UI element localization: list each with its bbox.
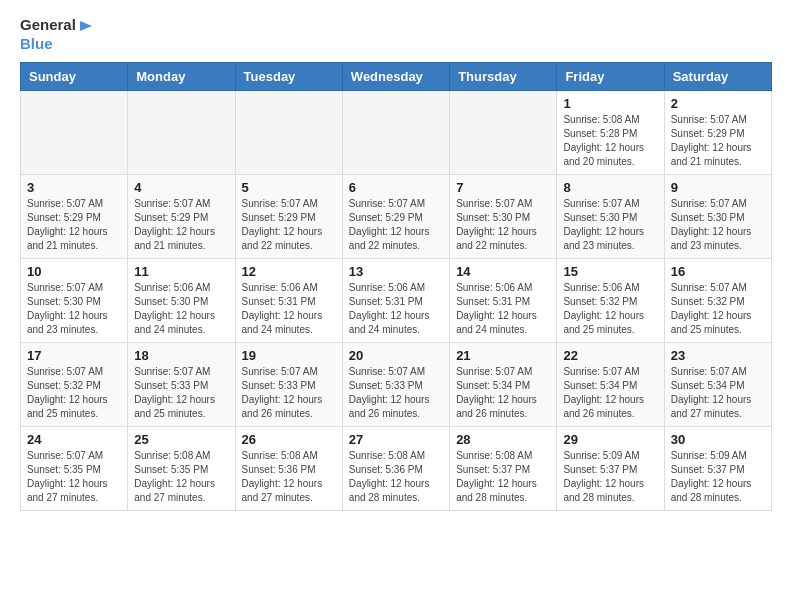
calendar-cell: 16Sunrise: 5:07 AMSunset: 5:32 PMDayligh… [664,259,771,343]
day-number: 28 [456,432,550,447]
calendar-cell: 22Sunrise: 5:07 AMSunset: 5:34 PMDayligh… [557,343,664,427]
day-number: 17 [27,348,121,363]
calendar-cell [21,91,128,175]
logo: General Blue [20,16,96,52]
calendar-cell: 27Sunrise: 5:08 AMSunset: 5:36 PMDayligh… [342,427,449,511]
calendar-cell: 30Sunrise: 5:09 AMSunset: 5:37 PMDayligh… [664,427,771,511]
day-number: 19 [242,348,336,363]
day-info: Sunrise: 5:07 AMSunset: 5:30 PMDaylight:… [563,197,657,253]
day-info: Sunrise: 5:06 AMSunset: 5:32 PMDaylight:… [563,281,657,337]
day-info: Sunrise: 5:08 AMSunset: 5:37 PMDaylight:… [456,449,550,505]
calendar-cell: 28Sunrise: 5:08 AMSunset: 5:37 PMDayligh… [450,427,557,511]
day-number: 15 [563,264,657,279]
day-info: Sunrise: 5:08 AMSunset: 5:35 PMDaylight:… [134,449,228,505]
day-number: 4 [134,180,228,195]
day-info: Sunrise: 5:07 AMSunset: 5:29 PMDaylight:… [671,113,765,169]
calendar-cell: 13Sunrise: 5:06 AMSunset: 5:31 PMDayligh… [342,259,449,343]
day-number: 5 [242,180,336,195]
calendar-cell: 24Sunrise: 5:07 AMSunset: 5:35 PMDayligh… [21,427,128,511]
day-number: 24 [27,432,121,447]
day-info: Sunrise: 5:08 AMSunset: 5:36 PMDaylight:… [349,449,443,505]
week-row-4: 24Sunrise: 5:07 AMSunset: 5:35 PMDayligh… [21,427,772,511]
day-number: 8 [563,180,657,195]
day-info: Sunrise: 5:06 AMSunset: 5:31 PMDaylight:… [349,281,443,337]
day-number: 14 [456,264,550,279]
calendar-table: SundayMondayTuesdayWednesdayThursdayFrid… [20,62,772,511]
weekday-header-tuesday: Tuesday [235,63,342,91]
day-number: 13 [349,264,443,279]
day-number: 27 [349,432,443,447]
day-info: Sunrise: 5:07 AMSunset: 5:29 PMDaylight:… [349,197,443,253]
day-number: 6 [349,180,443,195]
day-info: Sunrise: 5:07 AMSunset: 5:29 PMDaylight:… [134,197,228,253]
day-info: Sunrise: 5:07 AMSunset: 5:32 PMDaylight:… [671,281,765,337]
page: General Blue SundayMondayTuesdayWednesda… [0,0,792,531]
calendar-cell [235,91,342,175]
weekday-header-sunday: Sunday [21,63,128,91]
day-number: 10 [27,264,121,279]
day-number: 7 [456,180,550,195]
week-row-3: 17Sunrise: 5:07 AMSunset: 5:32 PMDayligh… [21,343,772,427]
calendar-cell: 11Sunrise: 5:06 AMSunset: 5:30 PMDayligh… [128,259,235,343]
week-row-0: 1Sunrise: 5:08 AMSunset: 5:28 PMDaylight… [21,91,772,175]
calendar-cell: 6Sunrise: 5:07 AMSunset: 5:29 PMDaylight… [342,175,449,259]
day-info: Sunrise: 5:07 AMSunset: 5:29 PMDaylight:… [242,197,336,253]
day-info: Sunrise: 5:06 AMSunset: 5:31 PMDaylight:… [456,281,550,337]
day-info: Sunrise: 5:07 AMSunset: 5:33 PMDaylight:… [349,365,443,421]
calendar-cell: 26Sunrise: 5:08 AMSunset: 5:36 PMDayligh… [235,427,342,511]
day-info: Sunrise: 5:07 AMSunset: 5:33 PMDaylight:… [134,365,228,421]
svg-marker-0 [80,21,92,31]
day-info: Sunrise: 5:07 AMSunset: 5:35 PMDaylight:… [27,449,121,505]
day-number: 11 [134,264,228,279]
weekday-header-monday: Monday [128,63,235,91]
day-number: 22 [563,348,657,363]
day-number: 16 [671,264,765,279]
weekday-header-thursday: Thursday [450,63,557,91]
day-number: 2 [671,96,765,111]
calendar-cell: 21Sunrise: 5:07 AMSunset: 5:34 PMDayligh… [450,343,557,427]
day-number: 9 [671,180,765,195]
calendar-cell: 9Sunrise: 5:07 AMSunset: 5:30 PMDaylight… [664,175,771,259]
calendar-cell: 23Sunrise: 5:07 AMSunset: 5:34 PMDayligh… [664,343,771,427]
calendar-cell: 2Sunrise: 5:07 AMSunset: 5:29 PMDaylight… [664,91,771,175]
weekday-header-friday: Friday [557,63,664,91]
calendar-cell: 7Sunrise: 5:07 AMSunset: 5:30 PMDaylight… [450,175,557,259]
day-number: 26 [242,432,336,447]
day-info: Sunrise: 5:07 AMSunset: 5:33 PMDaylight:… [242,365,336,421]
day-info: Sunrise: 5:07 AMSunset: 5:34 PMDaylight:… [456,365,550,421]
header: General Blue [20,16,772,52]
day-info: Sunrise: 5:09 AMSunset: 5:37 PMDaylight:… [671,449,765,505]
calendar-cell: 29Sunrise: 5:09 AMSunset: 5:37 PMDayligh… [557,427,664,511]
day-info: Sunrise: 5:08 AMSunset: 5:28 PMDaylight:… [563,113,657,169]
day-info: Sunrise: 5:07 AMSunset: 5:30 PMDaylight:… [27,281,121,337]
day-number: 20 [349,348,443,363]
day-info: Sunrise: 5:08 AMSunset: 5:36 PMDaylight:… [242,449,336,505]
calendar-cell: 20Sunrise: 5:07 AMSunset: 5:33 PMDayligh… [342,343,449,427]
day-info: Sunrise: 5:07 AMSunset: 5:34 PMDaylight:… [563,365,657,421]
day-info: Sunrise: 5:06 AMSunset: 5:30 PMDaylight:… [134,281,228,337]
calendar-cell: 5Sunrise: 5:07 AMSunset: 5:29 PMDaylight… [235,175,342,259]
calendar-cell: 15Sunrise: 5:06 AMSunset: 5:32 PMDayligh… [557,259,664,343]
calendar-cell: 17Sunrise: 5:07 AMSunset: 5:32 PMDayligh… [21,343,128,427]
weekday-header-wednesday: Wednesday [342,63,449,91]
calendar-cell: 19Sunrise: 5:07 AMSunset: 5:33 PMDayligh… [235,343,342,427]
day-info: Sunrise: 5:07 AMSunset: 5:30 PMDaylight:… [456,197,550,253]
calendar-cell: 25Sunrise: 5:08 AMSunset: 5:35 PMDayligh… [128,427,235,511]
day-info: Sunrise: 5:09 AMSunset: 5:37 PMDaylight:… [563,449,657,505]
calendar-cell [450,91,557,175]
calendar-cell [128,91,235,175]
week-row-1: 3Sunrise: 5:07 AMSunset: 5:29 PMDaylight… [21,175,772,259]
calendar-cell: 14Sunrise: 5:06 AMSunset: 5:31 PMDayligh… [450,259,557,343]
day-number: 3 [27,180,121,195]
day-info: Sunrise: 5:07 AMSunset: 5:30 PMDaylight:… [671,197,765,253]
day-number: 25 [134,432,228,447]
calendar-cell: 18Sunrise: 5:07 AMSunset: 5:33 PMDayligh… [128,343,235,427]
calendar-cell: 8Sunrise: 5:07 AMSunset: 5:30 PMDaylight… [557,175,664,259]
day-number: 1 [563,96,657,111]
day-info: Sunrise: 5:07 AMSunset: 5:32 PMDaylight:… [27,365,121,421]
day-info: Sunrise: 5:07 AMSunset: 5:34 PMDaylight:… [671,365,765,421]
day-number: 29 [563,432,657,447]
weekday-header-row: SundayMondayTuesdayWednesdayThursdayFrid… [21,63,772,91]
day-number: 21 [456,348,550,363]
logo-text: General Blue [20,16,96,52]
